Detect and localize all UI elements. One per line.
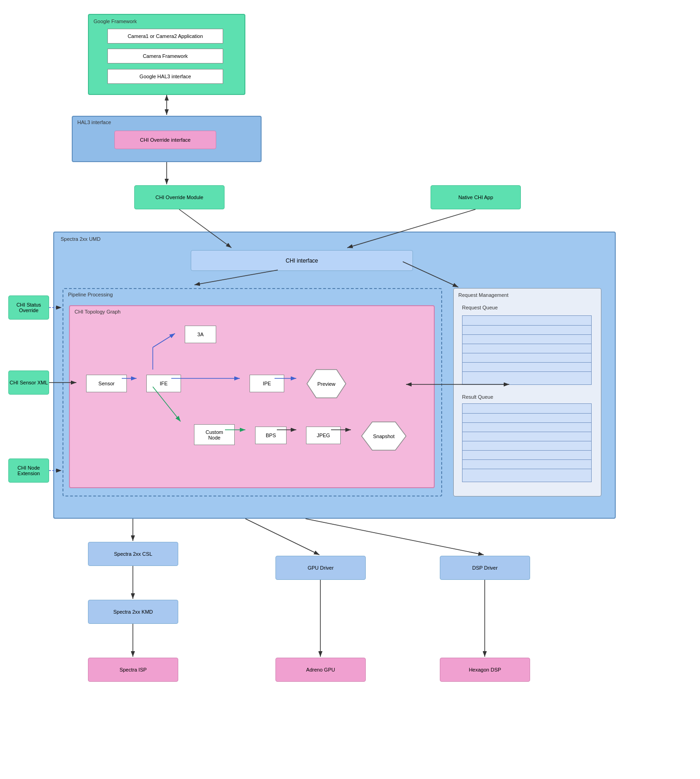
chi-interface-box: CHI interface — [191, 250, 413, 271]
request-queue-label: Request Queue — [462, 305, 498, 310]
google-framework-container: Google Framework Camera1 or Camera2 Appl… — [88, 14, 245, 95]
topology-container: CHI Topology Graph 3A Sensor IFE IPE — [69, 305, 435, 488]
ife-box: IFE — [146, 375, 181, 392]
3a-box: 3A — [185, 326, 216, 343]
spectra-umd-label: Spectra 2xx UMD — [61, 236, 100, 242]
spectra-umd-container: Spectra 2xx UMD CHI interface Pipeline P… — [53, 232, 616, 519]
request-management-label: Request Management — [458, 292, 508, 298]
camera-framework-box: Camera Framework — [107, 49, 223, 63]
camera-app-box: Camera1 or Camera2 Application — [107, 29, 223, 44]
pipeline-label: Pipeline Processing — [68, 292, 113, 297]
jpeg-box: JPEG — [306, 427, 341, 444]
snapshot-hexagon: Snapshot — [361, 421, 407, 451]
ipe-box: IPE — [250, 375, 284, 392]
native-chi-app-box: Native CHI App — [431, 185, 521, 209]
hal3-label: HAL3 interface — [77, 119, 111, 125]
hal3-container: HAL3 interface CHI Override interface — [72, 116, 262, 162]
chi-sensor-xml-box: CHI Sensor XML — [8, 371, 49, 395]
chi-override-interface-box: CHI Override interface — [114, 131, 216, 149]
chi-override-module-box: CHI Override Module — [134, 185, 225, 209]
spectra-csl-box: Spectra 2xx CSL — [88, 542, 178, 566]
pipeline-container: Pipeline Processing CHI Topology Graph 3… — [62, 288, 442, 496]
custom-node-box: CustomNode — [194, 424, 235, 445]
diagram-container: Google Framework Camera1 or Camera2 Appl… — [0, 0, 700, 779]
bps-box: BPS — [255, 427, 287, 444]
preview-hexagon: Preview — [306, 369, 347, 399]
gpu-driver-box: GPU Driver — [275, 556, 366, 580]
svg-line-30 — [306, 519, 484, 555]
google-hal3-box: Google HAL3 interface — [107, 69, 223, 84]
hexagon-dsp-box: Hexagon DSP — [440, 658, 530, 682]
chi-node-extension-box: CHI Node Extension — [8, 459, 49, 483]
request-management-container: Request Management Request Queue Result … — [453, 288, 601, 496]
adreno-gpu-box: Adreno GPU — [275, 658, 366, 682]
spectra-isp-box: Spectra ISP — [88, 658, 178, 682]
topology-label: CHI Topology Graph — [75, 309, 120, 314]
result-queue-label: Result Queue — [462, 394, 493, 400]
google-framework-label: Google Framework — [94, 19, 137, 24]
spectra-kmd-box: Spectra 2xx KMD — [88, 600, 178, 624]
svg-line-28 — [245, 519, 319, 555]
dsp-driver-box: DSP Driver — [440, 556, 530, 580]
chi-status-override-box: CHI Status Override — [8, 295, 49, 320]
sensor-box: Sensor — [86, 375, 127, 392]
